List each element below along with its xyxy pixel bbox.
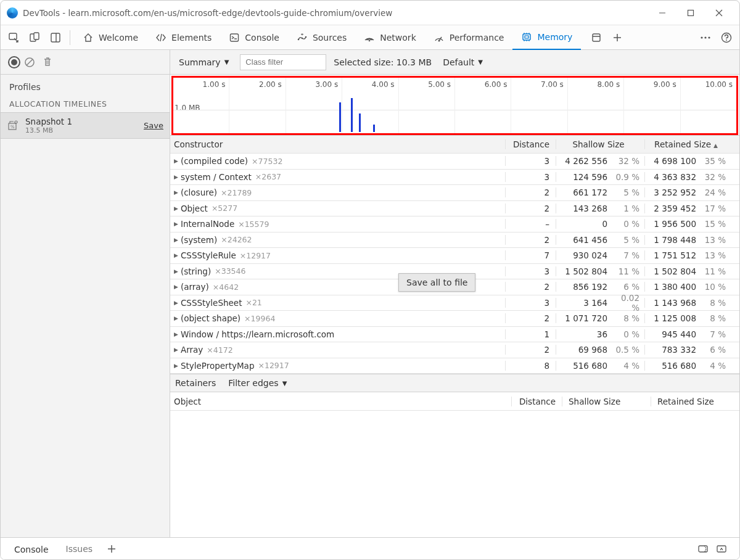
- constructor-grid-body[interactable]: ▶(compiled code) ×7753234 262 55632 %4 6…: [170, 154, 739, 374]
- add-tab-icon[interactable]: [607, 27, 628, 48]
- minimize-button[interactable]: [648, 1, 676, 25]
- snapshot-size: 13.5 MB: [25, 126, 144, 134]
- profiles-heading: Profiles: [1, 75, 170, 96]
- header-distance[interactable]: Distance: [505, 139, 556, 149]
- add-drawer-tab-icon[interactable]: [101, 538, 122, 559]
- shallow-size-value: 1 071 720: [556, 313, 611, 323]
- inspect-element-icon[interactable]: [3, 27, 24, 48]
- expand-icon[interactable]: ▶: [174, 158, 178, 164]
- help-icon[interactable]: [716, 27, 737, 48]
- expand-icon[interactable]: ▶: [174, 205, 178, 212]
- allocation-timeline[interactable]: 1.0 MB 1.00 s2.00 s3.00 s4.00 s5.00 s6.0…: [171, 76, 738, 135]
- header-retained-size[interactable]: Retained Size: [651, 397, 739, 406]
- tab-elements[interactable]: Elements: [147, 25, 220, 50]
- snapshot-save-link[interactable]: Save: [144, 121, 163, 130]
- instance-count: ×2637: [255, 172, 281, 181]
- expand-drawer-icon[interactable]: [716, 545, 734, 553]
- table-row[interactable]: ▶(object shape) ×1996421 071 7208 %1 125…: [170, 311, 739, 327]
- constructor-name: system / Context: [181, 172, 252, 182]
- table-row[interactable]: ▶Window / https://learn.microsoft.com136…: [170, 327, 739, 343]
- tab-sources[interactable]: Sources: [288, 25, 355, 50]
- expand-icon[interactable]: ▶: [174, 331, 178, 337]
- footer-tab-issues[interactable]: Issues: [57, 538, 102, 560]
- divider: [70, 30, 70, 45]
- allocation-timelines-heading: ALLOCATION TIMELINES: [1, 96, 170, 113]
- tab-network[interactable]: Network: [355, 25, 424, 50]
- application-tab-icon[interactable]: [586, 27, 607, 48]
- expand-icon[interactable]: ▶: [174, 363, 178, 369]
- svg-text:%: %: [10, 125, 15, 130]
- clear-icon[interactable]: [24, 57, 39, 68]
- default-dropdown[interactable]: Default ▼: [439, 55, 487, 70]
- constructor-name: (compiled code): [181, 156, 248, 166]
- table-row[interactable]: ▶Array ×4172269 9680.5 %783 3326 %: [170, 342, 739, 358]
- header-shallow-size[interactable]: Shallow Size: [562, 397, 651, 406]
- table-row[interactable]: ▶Object ×52772143 2681 %2 359 45217 %: [170, 201, 739, 217]
- retained-size-value: 516 680: [644, 361, 700, 371]
- context-menu-save-all[interactable]: Save all to file: [398, 273, 475, 292]
- tab-label: Sources: [313, 33, 347, 43]
- expand-icon[interactable]: ▶: [174, 189, 178, 196]
- close-button[interactable]: [705, 1, 733, 25]
- header-constructor[interactable]: Constructor: [170, 139, 505, 149]
- tab-welcome[interactable]: Welcome: [74, 25, 147, 50]
- expand-icon[interactable]: ▶: [174, 174, 178, 180]
- expand-icon[interactable]: ▶: [174, 347, 178, 353]
- retained-size-percent: 10 %: [700, 282, 731, 292]
- header-object[interactable]: Object: [170, 397, 511, 406]
- table-row[interactable]: ▶(compiled code) ×7753234 262 55632 %4 6…: [170, 154, 739, 170]
- tab-performance[interactable]: Performance: [425, 25, 513, 50]
- tab-console[interactable]: Console: [220, 25, 288, 50]
- tab-label: Elements: [171, 33, 212, 43]
- class-filter-input[interactable]: [240, 54, 326, 70]
- table-row[interactable]: ▶system / Context ×26373124 5960.9 %4 36…: [170, 170, 739, 186]
- table-row[interactable]: ▶StylePropertyMap ×129178516 6804 %516 6…: [170, 358, 739, 374]
- table-row[interactable]: ▶CSSStyleSheet ×2133 1640.02 %1 143 9688…: [170, 295, 739, 311]
- view-dropdown-label: Summary: [179, 57, 221, 67]
- snapshot-item[interactable]: % Snapshot 1 13.5 MB Save: [1, 113, 170, 139]
- device-emulation-icon[interactable]: [24, 27, 45, 48]
- table-row[interactable]: ▶(system) ×242622641 4565 %1 798 44813 %: [170, 233, 739, 249]
- header-distance[interactable]: Distance: [511, 397, 562, 406]
- shallow-size-value: 0: [556, 219, 611, 229]
- expand-icon[interactable]: ▶: [174, 252, 178, 258]
- expand-icon[interactable]: ▶: [174, 221, 178, 227]
- retained-size-value: 1 751 512: [644, 250, 700, 260]
- maximize-button[interactable]: [676, 1, 705, 25]
- retained-size-value: 4 363 832: [644, 172, 700, 182]
- constructor-name: Array: [181, 345, 203, 355]
- distance-value: 2: [505, 235, 556, 245]
- more-options-icon[interactable]: [695, 27, 716, 48]
- delete-icon[interactable]: [43, 57, 57, 68]
- default-dropdown-label: Default: [443, 57, 474, 67]
- profiles-sidebar: Profiles ALLOCATION TIMELINES % Snapshot…: [1, 50, 170, 537]
- retainers-label: Retainers: [175, 378, 216, 388]
- computed-styles-icon[interactable]: [697, 544, 716, 554]
- expand-icon[interactable]: ▶: [174, 237, 178, 243]
- window-controls: [648, 1, 733, 25]
- retained-size-value: 2 359 452: [644, 204, 700, 213]
- dock-side-icon[interactable]: [45, 27, 66, 48]
- shallow-size-value: 516 680: [556, 361, 611, 371]
- footer-tab-console[interactable]: Console: [6, 538, 57, 560]
- shallow-size-percent: 0.5 %: [611, 345, 644, 355]
- record-icon[interactable]: [8, 56, 20, 68]
- expand-icon[interactable]: ▶: [174, 284, 178, 290]
- expand-icon[interactable]: ▶: [174, 268, 178, 274]
- tab-memory[interactable]: Memory: [512, 25, 581, 50]
- expand-icon[interactable]: ▶: [174, 315, 178, 321]
- filter-edges-dropdown[interactable]: Filter edges ▼: [224, 376, 290, 390]
- memory-panel: Summary ▼ Selected size: 10.3 MB Default…: [170, 50, 739, 537]
- retained-size-percent: 15 %: [700, 219, 731, 229]
- retained-size-percent: 4 %: [700, 361, 731, 371]
- expand-icon[interactable]: ▶: [174, 300, 178, 306]
- shallow-size-value: 4 262 556: [556, 156, 611, 166]
- table-row[interactable]: ▶CSSStyleRule ×129177930 0247 %1 751 512…: [170, 248, 739, 264]
- view-dropdown[interactable]: Summary ▼: [175, 55, 232, 70]
- shallow-size-value: 36: [556, 329, 611, 339]
- table-row[interactable]: ▶(closure) ×217892661 1725 %3 252 95224 …: [170, 185, 739, 201]
- table-row[interactable]: ▶InternalNode ×15579–00 %1 956 50015 %: [170, 216, 739, 233]
- retainers-grid-body[interactable]: [170, 411, 739, 537]
- header-retained-size[interactable]: Retained Size▲: [644, 139, 731, 149]
- header-shallow-size[interactable]: Shallow Size: [556, 139, 644, 149]
